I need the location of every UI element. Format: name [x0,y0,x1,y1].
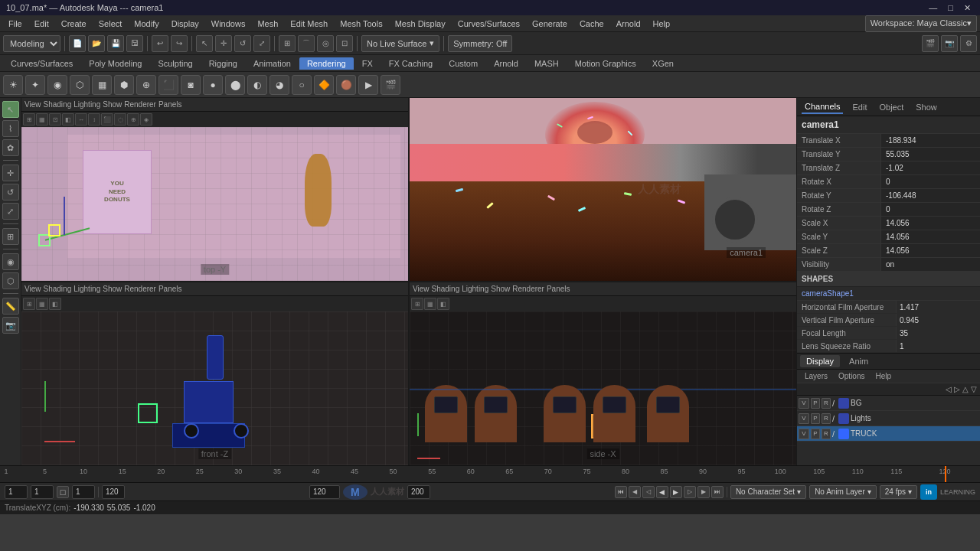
shape-ch-vfa-val[interactable]: 0.945 [897,314,980,326]
layer-bg[interactable]: V P R / BG [797,396,980,411]
pb-skip-start[interactable]: ⏮ [615,486,627,498]
vp-front-menu-shading[interactable]: Shading [44,285,72,293]
vp-front-btn1[interactable]: ⊞ [23,298,35,310]
symmetry-btn[interactable]: Symmetry: Off [448,35,512,52]
vp-front-menu-view[interactable]: View [24,285,41,293]
menu-modify[interactable]: Modify [129,18,164,30]
shelf-icon-tool3[interactable]: ⬡ [70,75,90,95]
layer-lights-r[interactable]: R [822,413,831,424]
tb-render[interactable]: 🎬 [922,35,939,52]
vp-side-btn1[interactable]: ⊞ [411,298,423,310]
shelf-icon-sun[interactable]: ☀ [3,75,23,95]
shape-ch-hfa-val[interactable]: 1.417 [897,301,980,313]
timeline-area[interactable]: 1 5 10 15 20 25 30 35 40 45 50 55 60 65 … [0,465,980,482]
vp-btn4[interactable]: ◧ [62,113,74,126]
vp-btn10[interactable]: ◈ [140,113,152,126]
vp-btn7[interactable]: ⬛ [101,113,113,126]
camera-btn[interactable]: 📷 [2,317,19,334]
menu-select[interactable]: Select [93,18,128,30]
pb-prev-frame[interactable]: ◀ [629,486,641,498]
vp-front-menu-show[interactable]: Show [103,285,122,293]
pb-play-fwd[interactable]: ▶ [670,486,682,498]
tb-redo[interactable]: ↪ [171,35,188,52]
shelf-icon-tool2[interactable]: ◉ [47,75,67,95]
layer-truck-vis[interactable]: V [799,429,809,439]
da-tab-display[interactable]: Display [800,355,840,367]
layer-scroll-up[interactable]: △ [962,385,969,393]
vp-top-menu-view[interactable]: View [24,100,41,109]
shelf-icon-tool8[interactable]: ◙ [181,75,201,95]
vp-front-btn3[interactable]: ◧ [49,298,61,310]
shelf-icon-tool6[interactable]: ⊕ [136,75,156,95]
shelf-icon-mat2[interactable]: 🟤 [336,75,356,95]
minimize-btn[interactable]: — [926,3,940,13]
shelf-icon-tool10[interactable]: ⬤ [225,75,245,95]
shelf-icon-anim[interactable]: 🎬 [381,75,400,95]
menu-edit-mesh[interactable]: Edit Mesh [285,18,333,30]
menu-file[interactable]: File [3,18,28,30]
shelf-tab-animation[interactable]: Animation [246,57,299,70]
shelf-icon-tool9[interactable]: ● [203,75,223,95]
viewport-top[interactable]: View Shading Lighting Show Renderer Pane… [21,98,408,281]
viewport-camera[interactable]: View Shading Lighting Show Renderer Pane… [410,98,796,281]
vp-btn2[interactable]: ▦ [36,113,48,126]
move-tool-btn[interactable]: ✛ [2,165,19,181]
tb-move[interactable]: ✛ [215,35,232,52]
layer-scroll-right[interactable]: ▷ [954,385,960,393]
pb-prev-key[interactable]: ◁ [642,486,655,498]
shelf-tab-fx[interactable]: FX [354,57,381,70]
menu-help[interactable]: Help [648,18,676,30]
no-character-set-btn[interactable]: No Character Set ▾ [730,485,806,499]
vp-side-menu-lighting[interactable]: Lighting [462,285,488,293]
shelf-icon-tool5[interactable]: ⬢ [114,75,134,95]
vp-top-menu-panels[interactable]: Panels [158,100,182,109]
shelf-tab-motiongraphics[interactable]: Motion Graphics [567,57,644,70]
shelf-tab-rendering[interactable]: Rendering [299,57,354,70]
pb-play-back[interactable]: ◀ [656,486,668,498]
cb-tab-channels[interactable]: Channels [802,100,843,114]
channel-tz-value[interactable]: -1.02 [881,161,980,174]
cb-tab-object[interactable]: Object [876,101,906,113]
layers-btn[interactable]: Layers [802,371,831,381]
vp-side-menu-shading[interactable]: Shading [432,285,460,293]
shelf-tab-custom[interactable]: Custom [441,57,485,70]
window-controls[interactable]: — □ ✕ [926,3,974,13]
da-tab-anim[interactable]: Anim [843,355,874,367]
layer-bg-r[interactable]: R [822,398,831,409]
pb-skip-end[interactable]: ⏭ [711,486,724,498]
pb-next-key[interactable]: ▷ [684,486,696,498]
options-btn[interactable]: Options [835,371,867,381]
menu-generate[interactable]: Generate [527,18,573,30]
vp-btn9[interactable]: ⊕ [127,113,139,126]
channel-sy-value[interactable]: 14.056 [881,230,980,243]
tb-ipr[interactable]: 📷 [941,35,958,52]
shelf-icon-tool4[interactable]: ▦ [92,75,112,95]
vp-side-btn2[interactable]: ▦ [424,298,436,310]
channel-ry-value[interactable]: -106.448 [881,189,980,202]
measure-btn[interactable]: 📏 [2,298,19,315]
shelf-icon-mat1[interactable]: 🔶 [314,75,334,95]
show-manipulator-btn[interactable]: ⊞ [2,228,19,245]
vp-btn5[interactable]: ↔ [75,113,87,126]
vp-btn3[interactable]: ⊡ [49,113,61,126]
layer-bg-vis[interactable]: V [799,398,809,409]
close-btn[interactable]: ✕ [961,3,974,13]
shelf-icon-tool1[interactable]: ✦ [25,75,45,95]
shape-ch-fl-val[interactable]: 35 [897,327,980,339]
menu-create[interactable]: Create [56,18,92,30]
layer-lights[interactable]: V P R / Lights [797,411,980,426]
rotate-tool-btn[interactable]: ↺ [2,184,19,201]
channel-sx-value[interactable]: 14.056 [881,217,980,230]
layer-truck-p[interactable]: P [811,429,820,439]
layer-lights-p[interactable]: P [811,413,820,424]
vp-top-menu-renderer[interactable]: Renderer [124,100,156,109]
shelf-icon-tool12[interactable]: ◕ [270,75,289,95]
tb-scale[interactable]: ⤢ [253,35,270,52]
linkedin-icon[interactable]: in [920,484,937,500]
menu-cache[interactable]: Cache [574,18,609,30]
no-live-surface-btn[interactable]: No Live Surface ▾ [361,35,439,52]
cb-tab-edit[interactable]: Edit [849,101,870,113]
shelf-tab-xgen[interactable]: XGen [645,57,681,70]
fps-display[interactable]: 24 fps ▾ [880,485,917,499]
channel-vis-value[interactable]: on [881,258,980,271]
